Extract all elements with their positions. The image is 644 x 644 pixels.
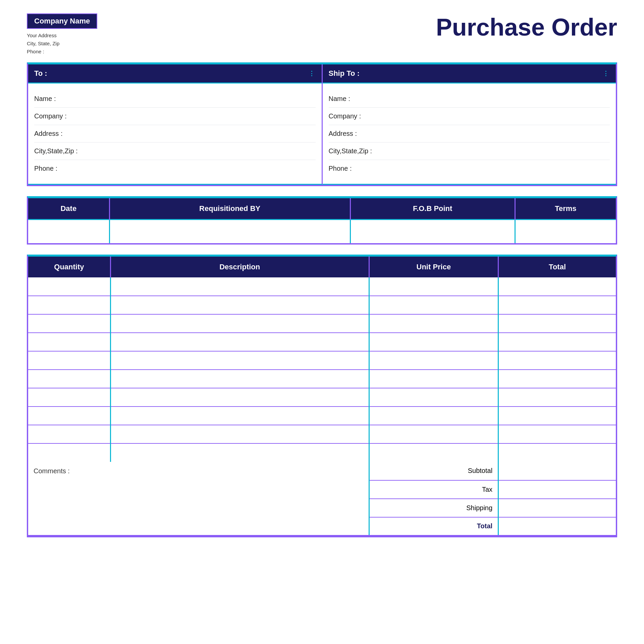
company-address: Your Address City, State, Zip Phone : [27, 32, 97, 56]
address-line2: City, State, Zip [27, 40, 97, 48]
col-fob: F.O.B Point [350, 198, 515, 220]
item-qty[interactable] [28, 351, 110, 370]
tax-value[interactable] [498, 480, 616, 499]
date-value[interactable] [28, 220, 109, 243]
item-qty[interactable] [28, 277, 110, 296]
ship-name[interactable]: Name : [329, 90, 610, 108]
fob-value[interactable] [350, 220, 515, 243]
to-company[interactable]: Company : [34, 108, 316, 125]
shipping-value[interactable] [498, 499, 616, 517]
to-phone[interactable]: Phone : [34, 160, 316, 177]
shipping-label: Shipping [369, 499, 498, 517]
item-row [28, 407, 616, 425]
item-desc[interactable] [110, 277, 369, 296]
item-total[interactable] [498, 314, 616, 333]
ship-company[interactable]: Company : [329, 108, 610, 125]
item-desc[interactable] [110, 333, 369, 351]
item-qty[interactable] [28, 407, 110, 425]
header-section: Company Name Your Address City, State, Z… [27, 13, 617, 56]
company-block: Company Name Your Address City, State, Z… [27, 13, 97, 56]
subtotal-value[interactable] [498, 462, 616, 480]
company-name-box: Company Name [27, 13, 97, 29]
col-quantity: Quantity [28, 257, 110, 277]
req-by-value[interactable] [109, 220, 350, 243]
subtotal-label: Subtotal [369, 462, 498, 480]
item-total[interactable] [498, 333, 616, 351]
info-section: Date Requisitioned BY F.O.B Point Terms [27, 196, 617, 245]
item-total[interactable] [498, 370, 616, 388]
item-desc[interactable] [110, 351, 369, 370]
col-description: Description [110, 257, 369, 277]
ship-to-header: Ship To : ⋮ [323, 64, 616, 84]
item-unit-price[interactable] [369, 314, 498, 333]
to-header: To : ⋮ [28, 64, 322, 84]
item-desc[interactable] [110, 425, 369, 443]
ship-to-box: Ship To : ⋮ Name : Company : Address : C… [323, 64, 616, 185]
comments-label: Comments : [34, 467, 70, 475]
item-total[interactable] [498, 277, 616, 296]
item-row [28, 314, 616, 333]
terms-value[interactable] [515, 220, 616, 243]
ship-to-dots: ⋮ [603, 70, 610, 77]
ship-city[interactable]: City,State,Zip : [329, 143, 610, 160]
item-desc[interactable] [110, 407, 369, 425]
address-boxes: To : ⋮ Name : Company : Address : City,S… [28, 64, 616, 185]
item-row [28, 370, 616, 388]
item-qty[interactable] [28, 314, 110, 333]
item-unit-price[interactable] [369, 425, 498, 443]
item-unit-price[interactable] [369, 407, 498, 425]
item-row [28, 351, 616, 370]
item-qty[interactable] [28, 296, 110, 314]
item-unit-price[interactable] [369, 296, 498, 314]
col-terms: Terms [515, 198, 616, 220]
item-qty[interactable] [28, 443, 110, 462]
to-dots: ⋮ [309, 70, 316, 77]
address-line1: Your Address [27, 32, 97, 40]
item-total[interactable] [498, 388, 616, 407]
col-total: Total [498, 257, 616, 277]
ship-to-fields: Name : Company : Address : City,State,Zi… [323, 84, 616, 184]
item-qty[interactable] [28, 333, 110, 351]
item-total[interactable] [498, 296, 616, 314]
item-unit-price[interactable] [369, 333, 498, 351]
to-label: To : [34, 69, 47, 78]
item-total[interactable] [498, 425, 616, 443]
item-row [28, 388, 616, 407]
items-section: Quantity Description Unit Price Total [27, 255, 617, 538]
item-desc[interactable] [110, 370, 369, 388]
item-unit-price[interactable] [369, 388, 498, 407]
ship-phone[interactable]: Phone : [329, 160, 610, 177]
info-header-row: Date Requisitioned BY F.O.B Point Terms [28, 198, 616, 220]
item-row [28, 425, 616, 443]
item-qty[interactable] [28, 388, 110, 407]
total-value[interactable] [498, 517, 616, 536]
address-section: To : ⋮ Name : Company : Address : City,S… [27, 62, 617, 186]
to-name[interactable]: Name : [34, 90, 316, 108]
to-city[interactable]: City,State,Zip : [34, 143, 316, 160]
item-desc[interactable] [110, 296, 369, 314]
bottom-row: Comments : Subtotal [28, 462, 616, 480]
item-row [28, 443, 616, 462]
item-total[interactable] [498, 407, 616, 425]
ship-address[interactable]: Address : [329, 125, 610, 143]
to-address[interactable]: Address : [34, 125, 316, 143]
info-table: Date Requisitioned BY F.O.B Point Terms [28, 198, 616, 243]
ship-to-label: Ship To : [329, 69, 360, 78]
item-qty[interactable] [28, 425, 110, 443]
item-unit-price[interactable] [369, 443, 498, 462]
comments-cell[interactable]: Comments : [28, 462, 369, 536]
col-date: Date [28, 198, 109, 220]
item-desc[interactable] [110, 388, 369, 407]
item-unit-price[interactable] [369, 351, 498, 370]
to-box: To : ⋮ Name : Company : Address : City,S… [28, 64, 323, 185]
item-unit-price[interactable] [369, 370, 498, 388]
item-desc[interactable] [110, 443, 369, 462]
item-total[interactable] [498, 351, 616, 370]
item-unit-price[interactable] [369, 277, 498, 296]
item-row [28, 296, 616, 314]
item-desc[interactable] [110, 314, 369, 333]
item-qty[interactable] [28, 370, 110, 388]
to-fields: Name : Company : Address : City,State,Zi… [28, 84, 322, 184]
item-total[interactable] [498, 443, 616, 462]
tax-label: Tax [369, 480, 498, 499]
